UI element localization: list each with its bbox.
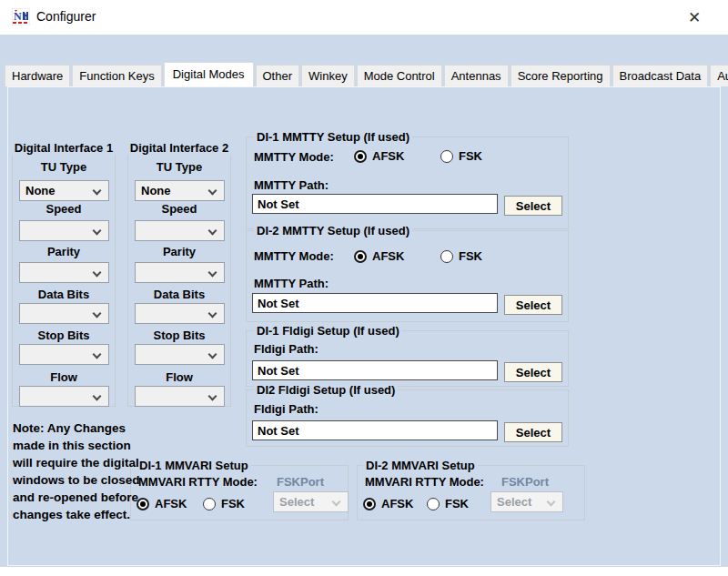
chevron-down-icon: [93, 309, 102, 318]
tab-digital-modes[interactable]: Digital Modes: [164, 62, 254, 86]
chevron-down-icon: [547, 498, 556, 507]
di2-fskport-combo[interactable]: Select: [490, 491, 563, 512]
di2-stop-bits-combo[interactable]: [135, 344, 225, 365]
di1-mmtty-fsk-radio[interactable]: FSK: [440, 149, 482, 163]
data-bits-label: Data Bits: [128, 288, 230, 301]
di2-flow-combo[interactable]: [135, 386, 225, 407]
group-title: DI-1 MMTTY Setup (If used): [254, 130, 412, 144]
group-di1-mmtty-setup: DI-1 MMTTY Setup (If used) MMTTY Mode: A…: [246, 136, 569, 229]
mmtty-path-label: MMTTY Path:: [254, 277, 329, 290]
chevron-down-icon: [208, 227, 217, 236]
di2-fldigi-select-button[interactable]: Select: [504, 422, 562, 442]
radio-unchecked-icon: [203, 498, 216, 510]
chevron-down-icon: [332, 498, 341, 507]
di1-mmtty-path-field[interactable]: Not Set: [252, 194, 498, 214]
di1-parity-combo[interactable]: [19, 262, 109, 283]
chevron-down-icon: [208, 392, 217, 401]
group-title: DI2 Fldigi Setup (If used): [254, 383, 398, 397]
di2-mmtty-fsk-radio[interactable]: FSK: [440, 249, 482, 263]
di2-mmvari-fsk-radio[interactable]: FSK: [427, 497, 469, 510]
speed-label: Speed: [128, 202, 230, 216]
stop-bits-label: Stop Bits: [13, 328, 115, 342]
group-title: DI-1 MMVARI Setup: [136, 459, 251, 472]
di2-mmvari-afsk-radio[interactable]: AFSK: [363, 497, 413, 510]
mmvari-rtty-mode-label: MMVARI RTTY Mode:: [365, 475, 484, 489]
group-di2-mmtty-setup: DI-2 MMTTY Setup (If used) MMTTY Mode: A…: [246, 230, 569, 322]
radio-unchecked-icon: [427, 498, 440, 510]
radio-checked-icon: [354, 250, 367, 263]
di1-tu-type-combo[interactable]: None: [19, 180, 109, 201]
speed-label: Speed: [13, 202, 115, 216]
note-text: Note: Any Changes made in this section w…: [13, 419, 144, 523]
stop-bits-label: Stop Bits: [128, 328, 230, 342]
chevron-down-icon: [208, 268, 217, 278]
chevron-down-icon: [208, 187, 217, 196]
mmtty-mode-label: MMTTY Mode:: [254, 249, 334, 263]
di2-data-bits-combo[interactable]: [135, 303, 225, 324]
group-di1-fldigi-setup: DI-1 Fldigi Setup (If used) Fldigi Path:…: [246, 330, 569, 387]
mmtty-mode-label: MMTTY Mode:: [254, 150, 334, 164]
parity-label: Parity: [128, 245, 230, 258]
di2-mmtty-afsk-radio[interactable]: AFSK: [354, 249, 404, 263]
fldigi-path-label: Fldigi Path:: [254, 402, 318, 416]
chevron-down-icon: [208, 309, 217, 318]
chevron-down-icon: [93, 350, 102, 359]
group-di1-mmvari-setup: DI-1 MMVARI Setup MMVARI RTTY Mode: FSKP…: [130, 465, 349, 520]
chevron-down-icon: [93, 187, 102, 196]
di1-data-bits-combo[interactable]: [19, 303, 109, 324]
di2-mmtty-path-field[interactable]: Not Set: [252, 293, 498, 313]
radio-unchecked-icon: [440, 250, 453, 263]
group-di2-fldigi-setup: DI2 Fldigi Setup (If used) Fldigi Path: …: [246, 389, 569, 447]
fskport-label: FSKPort: [277, 475, 324, 489]
fskport-label: FSKPort: [501, 475, 549, 489]
di1-flow-combo[interactable]: [19, 386, 109, 407]
chevron-down-icon: [93, 268, 102, 278]
di1-mmvari-afsk-radio[interactable]: AFSK: [136, 497, 187, 510]
flow-label: Flow: [128, 370, 230, 384]
data-bits-label: Data Bits: [13, 288, 115, 301]
di1-fldigi-path-field[interactable]: Not Set: [252, 360, 498, 380]
flow-label: Flow: [13, 370, 115, 384]
tu-type-label: TU Type: [128, 160, 230, 174]
di1-speed-combo[interactable]: [19, 220, 109, 241]
group-title: DI-2 MMTTY Setup (If used): [254, 224, 412, 237]
chevron-down-icon: [208, 350, 217, 359]
mmvari-rtty-mode-label: MMVARI RTTY Mode:: [138, 475, 258, 489]
di2-fldigi-path-field[interactable]: Not Set: [252, 420, 498, 440]
group-digital-interface-2: Digital Interface 2 TU Type None Speed P…: [127, 147, 231, 407]
tu-type-label: TU Type: [13, 160, 115, 174]
fldigi-path-label: Fldigi Path:: [254, 342, 318, 356]
di2-mmtty-select-button[interactable]: Select: [504, 295, 562, 315]
mmtty-path-label: MMTTY Path:: [254, 178, 329, 192]
di2-speed-combo[interactable]: [135, 220, 225, 241]
radio-unchecked-icon: [440, 150, 453, 163]
di1-fldigi-select-button[interactable]: Select: [504, 362, 562, 382]
group-title: DI-1 Fldigi Setup (If used): [254, 324, 402, 338]
radio-checked-icon: [354, 150, 367, 163]
configurer-window: N1 Configurer ✕ Hardware Function Keys D…: [0, 0, 728, 576]
di1-mmvari-fsk-radio[interactable]: FSK: [203, 497, 245, 510]
di1-mmtty-afsk-radio[interactable]: AFSK: [354, 149, 404, 163]
parity-label: Parity: [13, 245, 115, 258]
di2-parity-combo[interactable]: [135, 262, 225, 283]
group-title: Digital Interface 2: [127, 141, 231, 155]
group-title: Digital Interface 1: [12, 141, 116, 155]
window-bottom-strip: [0, 567, 728, 576]
di1-fskport-combo[interactable]: Select: [273, 491, 349, 512]
chevron-down-icon: [93, 227, 102, 236]
di1-stop-bits-combo[interactable]: [19, 344, 109, 365]
radio-checked-icon: [363, 498, 376, 510]
group-di2-mmvari-setup: DI-2 MMVARI Setup MMVARI RTTY Mode: FSKP…: [357, 465, 585, 520]
group-title: DI-2 MMVARI Setup: [363, 459, 478, 472]
di1-mmtty-select-button[interactable]: Select: [504, 196, 562, 216]
group-digital-interface-1: Digital Interface 1 TU Type None Speed P…: [12, 147, 116, 407]
chevron-down-icon: [93, 392, 102, 401]
di2-tu-type-combo[interactable]: None: [135, 180, 225, 201]
